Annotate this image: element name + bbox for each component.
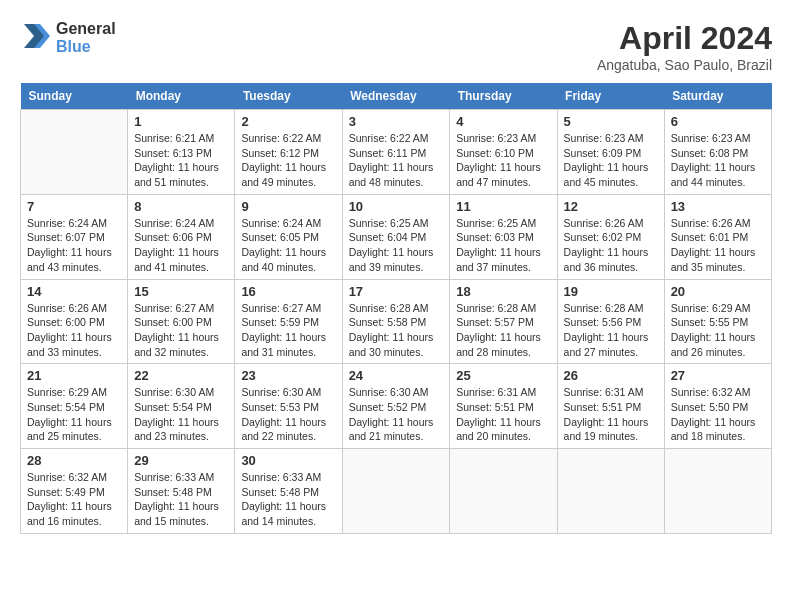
day-cell <box>342 449 450 534</box>
day-cell: 13Sunrise: 6:26 AMSunset: 6:01 PMDayligh… <box>664 194 771 279</box>
day-cell: 25Sunrise: 6:31 AMSunset: 5:51 PMDayligh… <box>450 364 557 449</box>
day-cell <box>450 449 557 534</box>
day-number: 23 <box>241 368 335 383</box>
day-info: Sunrise: 6:33 AMSunset: 5:48 PMDaylight:… <box>241 470 335 529</box>
day-cell: 26Sunrise: 6:31 AMSunset: 5:51 PMDayligh… <box>557 364 664 449</box>
col-sunday: Sunday <box>21 83 128 110</box>
day-info: Sunrise: 6:26 AMSunset: 6:00 PMDaylight:… <box>27 301 121 360</box>
week-row-1: 1Sunrise: 6:21 AMSunset: 6:13 PMDaylight… <box>21 110 772 195</box>
day-number: 29 <box>134 453 228 468</box>
day-number: 17 <box>349 284 444 299</box>
day-info: Sunrise: 6:21 AMSunset: 6:13 PMDaylight:… <box>134 131 228 190</box>
day-number: 18 <box>456 284 550 299</box>
day-cell: 5Sunrise: 6:23 AMSunset: 6:09 PMDaylight… <box>557 110 664 195</box>
logo-line1: General <box>56 20 116 38</box>
day-info: Sunrise: 6:22 AMSunset: 6:12 PMDaylight:… <box>241 131 335 190</box>
day-info: Sunrise: 6:24 AMSunset: 6:05 PMDaylight:… <box>241 216 335 275</box>
calendar-table: Sunday Monday Tuesday Wednesday Thursday… <box>20 83 772 534</box>
col-tuesday: Tuesday <box>235 83 342 110</box>
day-cell: 23Sunrise: 6:30 AMSunset: 5:53 PMDayligh… <box>235 364 342 449</box>
day-number: 11 <box>456 199 550 214</box>
day-number: 27 <box>671 368 765 383</box>
day-cell: 21Sunrise: 6:29 AMSunset: 5:54 PMDayligh… <box>21 364 128 449</box>
day-info: Sunrise: 6:30 AMSunset: 5:53 PMDaylight:… <box>241 385 335 444</box>
col-monday: Monday <box>128 83 235 110</box>
day-number: 1 <box>134 114 228 129</box>
day-cell: 12Sunrise: 6:26 AMSunset: 6:02 PMDayligh… <box>557 194 664 279</box>
day-number: 13 <box>671 199 765 214</box>
day-info: Sunrise: 6:30 AMSunset: 5:52 PMDaylight:… <box>349 385 444 444</box>
day-number: 21 <box>27 368 121 383</box>
day-number: 22 <box>134 368 228 383</box>
day-number: 25 <box>456 368 550 383</box>
header-row: Sunday Monday Tuesday Wednesday Thursday… <box>21 83 772 110</box>
day-info: Sunrise: 6:28 AMSunset: 5:57 PMDaylight:… <box>456 301 550 360</box>
week-row-5: 28Sunrise: 6:32 AMSunset: 5:49 PMDayligh… <box>21 449 772 534</box>
day-cell: 8Sunrise: 6:24 AMSunset: 6:06 PMDaylight… <box>128 194 235 279</box>
day-number: 28 <box>27 453 121 468</box>
day-info: Sunrise: 6:23 AMSunset: 6:08 PMDaylight:… <box>671 131 765 190</box>
day-cell: 3Sunrise: 6:22 AMSunset: 6:11 PMDaylight… <box>342 110 450 195</box>
day-number: 6 <box>671 114 765 129</box>
day-number: 19 <box>564 284 658 299</box>
col-wednesday: Wednesday <box>342 83 450 110</box>
day-cell: 7Sunrise: 6:24 AMSunset: 6:07 PMDaylight… <box>21 194 128 279</box>
day-info: Sunrise: 6:22 AMSunset: 6:11 PMDaylight:… <box>349 131 444 190</box>
day-cell: 17Sunrise: 6:28 AMSunset: 5:58 PMDayligh… <box>342 279 450 364</box>
day-cell: 20Sunrise: 6:29 AMSunset: 5:55 PMDayligh… <box>664 279 771 364</box>
day-number: 20 <box>671 284 765 299</box>
day-info: Sunrise: 6:27 AMSunset: 6:00 PMDaylight:… <box>134 301 228 360</box>
day-cell: 28Sunrise: 6:32 AMSunset: 5:49 PMDayligh… <box>21 449 128 534</box>
day-cell: 14Sunrise: 6:26 AMSunset: 6:00 PMDayligh… <box>21 279 128 364</box>
logo: General Blue <box>20 20 116 56</box>
col-friday: Friday <box>557 83 664 110</box>
day-cell: 22Sunrise: 6:30 AMSunset: 5:54 PMDayligh… <box>128 364 235 449</box>
day-cell: 16Sunrise: 6:27 AMSunset: 5:59 PMDayligh… <box>235 279 342 364</box>
day-info: Sunrise: 6:32 AMSunset: 5:50 PMDaylight:… <box>671 385 765 444</box>
day-number: 7 <box>27 199 121 214</box>
day-number: 30 <box>241 453 335 468</box>
day-cell: 15Sunrise: 6:27 AMSunset: 6:00 PMDayligh… <box>128 279 235 364</box>
day-info: Sunrise: 6:28 AMSunset: 5:56 PMDaylight:… <box>564 301 658 360</box>
day-number: 26 <box>564 368 658 383</box>
day-cell: 27Sunrise: 6:32 AMSunset: 5:50 PMDayligh… <box>664 364 771 449</box>
day-number: 5 <box>564 114 658 129</box>
day-info: Sunrise: 6:23 AMSunset: 6:09 PMDaylight:… <box>564 131 658 190</box>
day-cell: 10Sunrise: 6:25 AMSunset: 6:04 PMDayligh… <box>342 194 450 279</box>
week-row-4: 21Sunrise: 6:29 AMSunset: 5:54 PMDayligh… <box>21 364 772 449</box>
day-cell <box>557 449 664 534</box>
day-info: Sunrise: 6:31 AMSunset: 5:51 PMDaylight:… <box>564 385 658 444</box>
day-number: 8 <box>134 199 228 214</box>
day-info: Sunrise: 6:32 AMSunset: 5:49 PMDaylight:… <box>27 470 121 529</box>
day-number: 4 <box>456 114 550 129</box>
day-cell <box>664 449 771 534</box>
day-info: Sunrise: 6:26 AMSunset: 6:02 PMDaylight:… <box>564 216 658 275</box>
day-cell: 24Sunrise: 6:30 AMSunset: 5:52 PMDayligh… <box>342 364 450 449</box>
logo-line2: Blue <box>56 38 116 56</box>
day-info: Sunrise: 6:28 AMSunset: 5:58 PMDaylight:… <box>349 301 444 360</box>
day-info: Sunrise: 6:25 AMSunset: 6:03 PMDaylight:… <box>456 216 550 275</box>
logo-icon <box>20 20 52 52</box>
day-number: 3 <box>349 114 444 129</box>
day-info: Sunrise: 6:29 AMSunset: 5:54 PMDaylight:… <box>27 385 121 444</box>
day-info: Sunrise: 6:33 AMSunset: 5:48 PMDaylight:… <box>134 470 228 529</box>
month-title: April 2024 <box>597 20 772 57</box>
week-row-2: 7Sunrise: 6:24 AMSunset: 6:07 PMDaylight… <box>21 194 772 279</box>
day-info: Sunrise: 6:29 AMSunset: 5:55 PMDaylight:… <box>671 301 765 360</box>
day-cell: 29Sunrise: 6:33 AMSunset: 5:48 PMDayligh… <box>128 449 235 534</box>
day-number: 12 <box>564 199 658 214</box>
day-info: Sunrise: 6:24 AMSunset: 6:06 PMDaylight:… <box>134 216 228 275</box>
day-cell: 19Sunrise: 6:28 AMSunset: 5:56 PMDayligh… <box>557 279 664 364</box>
day-cell: 1Sunrise: 6:21 AMSunset: 6:13 PMDaylight… <box>128 110 235 195</box>
day-cell: 30Sunrise: 6:33 AMSunset: 5:48 PMDayligh… <box>235 449 342 534</box>
location: Angatuba, Sao Paulo, Brazil <box>597 57 772 73</box>
day-cell: 4Sunrise: 6:23 AMSunset: 6:10 PMDaylight… <box>450 110 557 195</box>
day-number: 16 <box>241 284 335 299</box>
day-info: Sunrise: 6:23 AMSunset: 6:10 PMDaylight:… <box>456 131 550 190</box>
day-info: Sunrise: 6:25 AMSunset: 6:04 PMDaylight:… <box>349 216 444 275</box>
day-cell: 2Sunrise: 6:22 AMSunset: 6:12 PMDaylight… <box>235 110 342 195</box>
day-info: Sunrise: 6:27 AMSunset: 5:59 PMDaylight:… <box>241 301 335 360</box>
day-number: 24 <box>349 368 444 383</box>
day-number: 14 <box>27 284 121 299</box>
day-number: 10 <box>349 199 444 214</box>
